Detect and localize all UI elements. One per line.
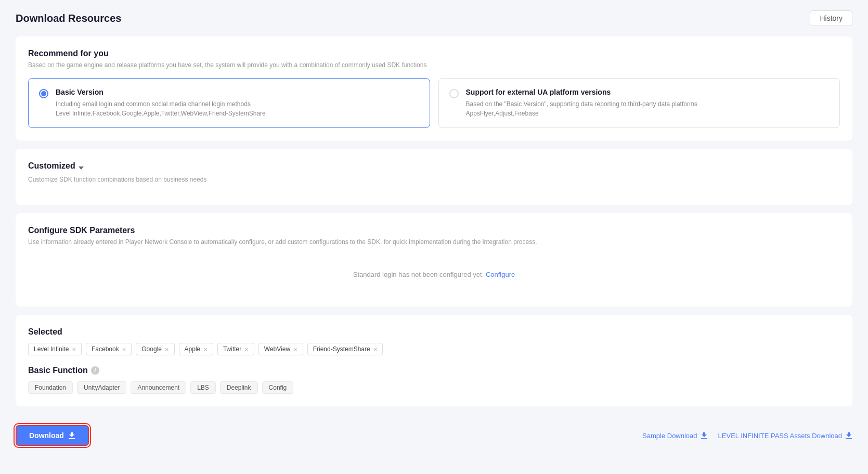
chevron-down-icon	[79, 166, 84, 170]
list-item: LBS	[190, 381, 216, 394]
recommend-grid: Basic Version Including email login and …	[28, 78, 840, 128]
tag-remove-icon[interactable]: ×	[373, 346, 378, 353]
page-footer: Download Sample Download LEVEL INFINITE …	[16, 415, 852, 451]
basic-function-header: Basic Function i	[28, 366, 840, 375]
download-button[interactable]: Download	[16, 425, 89, 446]
recommend-section: Recommend for you Based on the game engi…	[16, 36, 852, 140]
selected-section: Selected Level Infinite×Facebook×Google×…	[16, 315, 852, 406]
tag-remove-icon[interactable]: ×	[122, 346, 126, 353]
list-item: Announcement	[131, 381, 186, 394]
info-icon: i	[91, 366, 99, 375]
page-header: Download Resources History	[16, 10, 852, 26]
tag-remove-icon[interactable]: ×	[165, 346, 169, 353]
download-icon	[68, 432, 75, 439]
tag-remove-icon[interactable]: ×	[72, 346, 76, 353]
configure-section: Configure SDK Parameters Use information…	[16, 213, 852, 306]
tag-remove-icon[interactable]: ×	[293, 346, 297, 353]
ua-version-content: Support for external UA platform version…	[466, 88, 697, 118]
page-title: Download Resources	[16, 12, 121, 24]
basic-version-option[interactable]: Basic Version Including email login and …	[28, 78, 430, 128]
basic-function-title: Basic Function	[28, 366, 88, 375]
basic-version-radio[interactable]	[39, 89, 48, 98]
footer-right: Sample Download LEVEL INFINITE PASS Asse…	[642, 432, 852, 440]
basic-version-title: Basic Version	[56, 88, 266, 96]
selected-tags-row: Level Infinite×Facebook×Google×Apple×Twi…	[28, 343, 840, 355]
list-item: Foundation	[28, 381, 73, 394]
assets-download-icon	[845, 432, 852, 439]
tag-remove-icon[interactable]: ×	[203, 346, 208, 353]
recommend-subtitle: Based on the game engine and release pla…	[28, 61, 840, 69]
list-item: WebView×	[258, 343, 303, 355]
ua-version-radio[interactable]	[449, 89, 459, 98]
list-item: Google×	[136, 343, 174, 355]
list-item: UnityAdapter	[77, 381, 126, 394]
list-item: Friend-SystemShare×	[307, 343, 383, 355]
recommend-title: Recommend for you	[28, 49, 840, 58]
basic-version-content: Basic Version Including email login and …	[56, 88, 266, 118]
configure-title: Configure SDK Parameters	[28, 226, 840, 235]
history-button[interactable]: History	[810, 10, 852, 26]
configure-subtitle: Use information already entered in Playe…	[28, 238, 840, 246]
ua-version-title: Support for external UA platform version…	[466, 88, 697, 96]
customized-header[interactable]: Customized	[28, 161, 840, 174]
customized-subtitle: Customize SDK function combinations base…	[28, 176, 840, 183]
ua-version-desc: Based on the "Basic Version", supporting…	[466, 99, 697, 118]
configure-message: Standard login has not been configured y…	[28, 255, 840, 294]
page-container: Download Resources History Recommend for…	[0, 0, 868, 474]
selected-title: Selected	[28, 327, 840, 337]
list-item: Facebook×	[86, 343, 132, 355]
assets-download-link[interactable]: LEVEL INFINITE PASS Assets Download	[718, 432, 852, 440]
basic-version-desc: Including email login and common social …	[56, 99, 266, 118]
sample-download-link[interactable]: Sample Download	[642, 432, 708, 440]
tag-remove-icon[interactable]: ×	[244, 346, 249, 353]
ua-version-option[interactable]: Support for external UA platform version…	[438, 78, 840, 128]
sample-download-icon	[701, 432, 708, 439]
customized-section: Customized Customize SDK function combin…	[16, 149, 852, 205]
list-item: Twitter×	[217, 343, 254, 355]
list-item: Level Infinite×	[28, 343, 82, 355]
configure-link[interactable]: Configure	[486, 271, 515, 278]
list-item: Deeplink	[220, 381, 258, 394]
function-tags-row: FoundationUnityAdapterAnnouncementLBSDee…	[28, 381, 840, 394]
list-item: Apple×	[179, 343, 213, 355]
customized-title: Customized	[28, 161, 75, 171]
list-item: Config	[262, 381, 294, 394]
